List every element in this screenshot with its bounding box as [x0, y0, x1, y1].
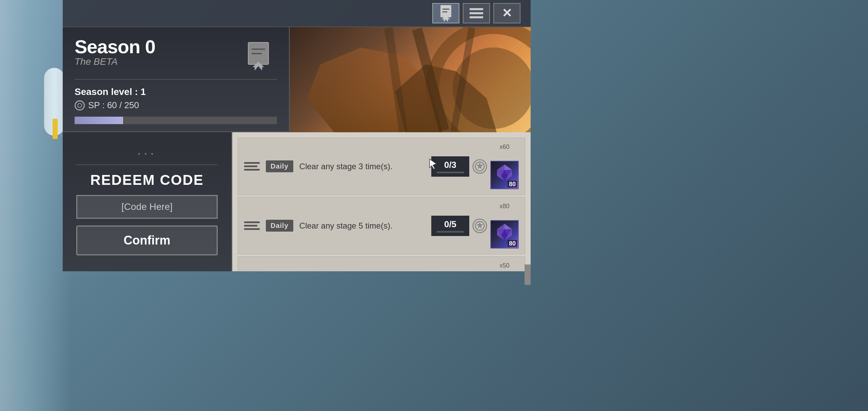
code-input[interactable]: [Code Here]	[76, 195, 218, 219]
quest-row: Daily Clear stage with Normal Difficulty…	[238, 256, 525, 271]
bg-left-wall	[0, 0, 71, 411]
reward-item-box: 80	[490, 161, 519, 189]
sp-text: SP : 60 / 250	[88, 100, 139, 111]
sidebar-dots: ...	[76, 142, 218, 158]
close-icon: ✕	[502, 6, 512, 20]
list-button[interactable]	[463, 3, 490, 23]
reward-multiplier: x60	[499, 143, 509, 151]
sidebar: ... REDEEM CODE [Code Here] Confirm	[63, 132, 232, 271]
quest-progress-block: 0/3	[431, 156, 469, 177]
reward-coin	[472, 159, 488, 174]
quest-list-line-1	[244, 162, 260, 164]
quest-progress-bar	[437, 231, 464, 233]
svg-marker-29	[505, 224, 512, 229]
svg-rect-5	[470, 12, 483, 14]
battle-pass-button[interactable]	[432, 3, 459, 23]
quest-row: Daily Clear any stage 3 time(s). 0/3	[238, 138, 525, 195]
scrollbar-thumb[interactable]	[525, 265, 531, 285]
quest-list-icon	[244, 219, 260, 233]
reward-multiplier: x80	[499, 203, 509, 210]
quest-type-label: Daily	[271, 222, 289, 229]
scene-svg	[290, 27, 531, 132]
confirm-label: Confirm	[124, 233, 171, 247]
xp-bar-fill	[75, 117, 123, 124]
coin-icon	[472, 218, 488, 234]
quest-type-label: Daily	[271, 162, 289, 170]
season-level-label: Season level : 1	[75, 86, 277, 97]
code-input-value: [Code Here]	[121, 201, 173, 212]
reward-item-box: 80	[490, 220, 519, 249]
top-bar: ✕	[63, 0, 531, 27]
quest-list-line-3	[244, 169, 260, 171]
quest-type-badge: Daily	[266, 220, 293, 232]
sp-circle-icon	[75, 100, 85, 111]
quest-type-badge: Daily	[266, 160, 293, 172]
quest-progress-nums: 0/3	[444, 160, 456, 170]
battle-pass-icon	[438, 4, 454, 22]
bp-badge-svg	[243, 41, 274, 71]
xp-bar-container	[75, 117, 277, 124]
quest-list-line-3	[244, 228, 260, 230]
reward-item-count: 80	[508, 240, 517, 247]
reward-coin	[472, 218, 488, 234]
confirm-button[interactable]: Confirm	[76, 226, 218, 255]
svg-rect-6	[470, 16, 483, 18]
quest-progress-bar	[437, 172, 464, 173]
bottom-section: ... REDEEM CODE [Code Here] Confirm Dail…	[63, 132, 531, 271]
quest-list-line-1	[244, 221, 260, 223]
main-ui: ✕ Season 0 The BETA Season level : 1	[63, 0, 531, 271]
svg-rect-16	[384, 27, 408, 132]
season-divider	[75, 79, 277, 80]
reward-multiplier: x50	[499, 262, 509, 269]
scene-panel	[290, 27, 531, 132]
gem-icon	[494, 222, 515, 241]
list-icon	[469, 7, 484, 20]
scrollbar-track[interactable]	[525, 265, 531, 271]
season-title: Season 0	[75, 37, 155, 56]
coin-icon	[472, 159, 488, 174]
reward-item-count: 80	[508, 181, 517, 188]
svg-marker-21	[505, 164, 512, 170]
sp-circle-inner	[77, 103, 82, 108]
quest-reward: 0/3 x60	[431, 143, 519, 189]
redeem-title: REDEEM CODE	[90, 172, 204, 188]
quest-list-line-2	[244, 165, 257, 167]
quest-reward: 0/5 x80	[431, 203, 519, 249]
quest-description: Clear any stage 3 time(s).	[299, 162, 425, 171]
quest-area[interactable]: Daily Clear any stage 3 time(s). 0/3	[232, 132, 531, 271]
gem-icon	[494, 163, 515, 181]
season-badge-icon	[240, 37, 277, 75]
quest-list-icon	[244, 159, 260, 174]
season-subtitle: The BETA	[75, 56, 155, 67]
bg-yellow-bar	[53, 119, 58, 139]
sidebar-divider	[76, 164, 218, 165]
svg-rect-4	[470, 8, 483, 10]
quest-row: Daily Clear any stage 5 time(s). 0/5	[238, 197, 525, 254]
quest-progress-block: 0/5	[431, 216, 469, 236]
quest-progress-nums: 0/5	[444, 219, 456, 230]
quest-description: Clear any stage 5 time(s).	[299, 221, 425, 231]
quest-list-line-2	[244, 225, 257, 227]
quest-reward: 0/1 x50	[431, 262, 519, 271]
close-button[interactable]: ✕	[493, 3, 520, 23]
season-panel: Season 0 The BETA Season level : 1 SP : …	[63, 27, 290, 132]
